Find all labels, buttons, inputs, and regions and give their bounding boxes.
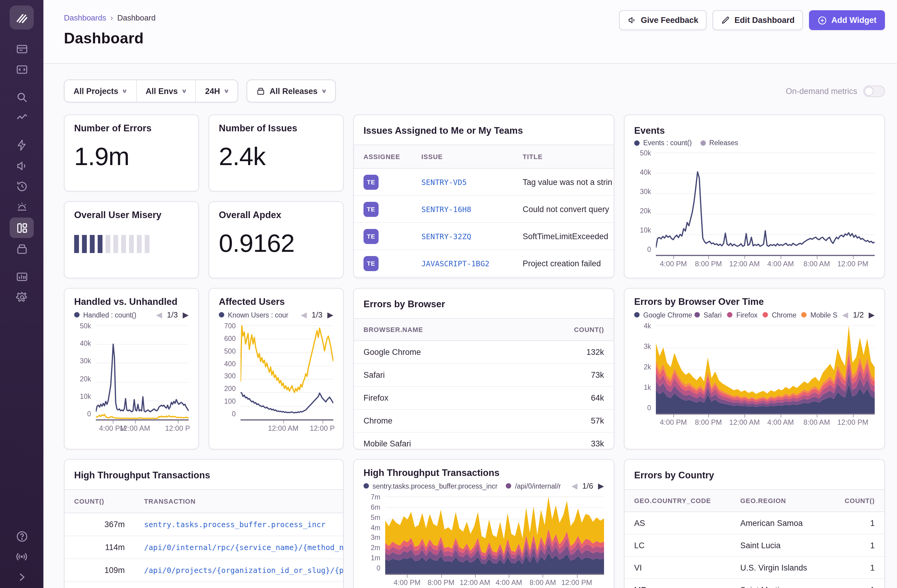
country-code: VI [625,563,731,572]
misery-bar-empty [121,235,126,253]
table-row: TESENTRY-16H8Could not convert query [354,196,614,223]
y-axis-tick: 200 [224,385,236,392]
error-count: 132k [541,348,614,357]
legend-item[interactable]: sentry.tasks.process_buffer.process_incr [363,482,497,490]
pager-next-icon[interactable]: ▶ [183,310,189,319]
legend-item[interactable]: Handled : count() [74,311,136,318]
date-range-filter[interactable]: 24H∨ [195,80,237,102]
environment-filter[interactable]: All Envs∨ [136,80,195,102]
table-row: TEJAVASCRIPT-1BG2Project creation failed [354,250,614,277]
legend-label: Mobile S [810,311,837,318]
breadcrumb-dashboards[interactable]: Dashboards [64,13,106,22]
y-axis-tick: 700 [224,322,236,330]
error-count: 33k [541,439,614,448]
pager-next-icon[interactable]: ▶ [869,310,875,319]
release-box-icon [257,87,266,96]
chart-plot-area [96,325,189,420]
sidebar-item-projects[interactable] [10,60,34,79]
sidebar-item-releases[interactable] [10,239,34,258]
y-axis-tick: 40k [80,340,91,347]
releases-filter[interactable]: All Releases∨ [247,79,336,102]
table-row: Firefox64k [354,387,614,410]
browser-name: Mobile Safari [354,439,541,448]
legend-item[interactable]: Mobile S [801,311,834,318]
project-filter[interactable]: All Projects∨ [64,80,136,102]
sidebar-item-replays[interactable] [10,177,34,196]
pager-prev-icon[interactable]: ◀ [842,310,848,319]
legend-item[interactable]: Firefox [727,311,755,318]
legend-item[interactable]: /api/0/internal/r [506,482,561,490]
sidebar [0,0,43,588]
y-axis-tick: 3k [644,343,651,350]
widget-title: Errors by Browser [363,299,604,310]
sidebar-item-settings[interactable] [10,287,34,307]
breadcrumb-separator: › [110,13,113,22]
transaction-count: 367m [64,520,135,529]
legend-item[interactable]: Known Users : cour [219,311,288,318]
x-axis-tick: 4:00 PM [393,578,421,587]
legend-dot-icon [363,483,369,489]
y-axis-tick: 0 [377,565,380,572]
give-feedback-button[interactable]: Give Feedback [619,10,707,30]
chart-legend: Events : count()Releases [634,139,875,147]
issue-link[interactable]: SENTRY-32ZQ [412,232,513,241]
error-count: 1 [829,518,884,527]
chevron-down-icon: ∨ [223,88,230,94]
table-row: 367msentry.tasks.process_buffer.process_… [64,513,343,536]
legend-item[interactable]: Releases [700,139,738,147]
chart-legend: Google ChromeSafariFirefoxChromeMobile S… [634,310,875,319]
legend-item[interactable]: Google Chrome [634,311,686,318]
widget-affected-users: Affected Users Known Users : cour◀1/3▶ 7… [208,288,344,449]
edit-dashboard-button[interactable]: Edit Dashboard [713,10,803,30]
issue-link[interactable]: SENTRY-VD5 [412,177,513,186]
page-title: Dashboard [64,29,885,47]
legend-item[interactable]: Chrome [763,311,793,318]
help-icon[interactable] [10,527,34,546]
table-row: 109m/api/0/projects/{organization_id_or_… [64,559,343,582]
sidebar-item-search[interactable] [10,87,34,107]
table-row: MFSaint Martin1 [625,579,884,588]
table-row: Mobile Safari33k [354,432,614,449]
breadcrumb-current: Dashboard [117,13,156,22]
broadcasts-icon[interactable] [10,547,34,566]
issue-link[interactable]: JAVASCRIPT-1BG2 [412,259,513,268]
transaction-link[interactable]: sentry.tasks.process_buffer.process_incr [135,520,343,529]
legend-item[interactable]: Safari [695,311,719,318]
sidebar-item-alerts[interactable] [10,136,34,155]
y-axis-tick: 300 [224,373,236,380]
sidebar-item-dashboards[interactable] [10,217,34,238]
collapse-sidebar-icon[interactable] [10,568,34,587]
misery-bar-empty [129,235,134,253]
legend-pager: ◀1/3▶ [301,310,334,319]
error-count: 73k [541,371,614,380]
legend-item[interactable]: Events : count() [634,139,692,147]
sidebar-item-crons[interactable] [10,197,34,216]
region-name: American Samoa [731,518,829,527]
error-count: 1 [829,585,884,588]
legend-label: Firefox [736,311,758,318]
widget-title: Number of Errors [74,123,189,134]
pager-prev-icon[interactable]: ◀ [156,310,162,319]
pager-next-icon[interactable]: ▶ [328,310,334,319]
events-line-chart: 50k40k30k20k10k04:00 PM8:00 PM12:00 AM4:… [634,153,875,270]
sidebar-item-issues[interactable] [10,39,34,58]
pager-prev-icon[interactable]: ◀ [571,481,577,490]
pager-prev-icon[interactable]: ◀ [301,310,307,319]
add-widget-button[interactable]: Add Widget [809,10,885,30]
x-axis-tick: 12:00 PM [561,578,592,587]
x-axis-tick: 12:00 P [310,424,335,432]
ondemand-metrics-toggle[interactable] [863,85,885,97]
sidebar-item-stats[interactable] [10,267,34,286]
x-axis-tick: 4:00 AM [767,260,794,268]
y-axis-tick: 2m [371,544,380,551]
transaction-link[interactable]: /api/0/projects/{organization_id_or_slug… [135,566,343,575]
sidebar-item-feedback[interactable] [10,156,34,175]
transaction-link[interactable]: /api/0/internal/rpc/{service_name}/{meth… [135,543,343,552]
legend-dot-icon [695,312,700,318]
pager-next-icon[interactable]: ▶ [598,481,604,490]
sidebar-item-performance[interactable] [10,108,34,127]
sentry-logo-icon[interactable] [10,5,34,29]
x-axis-tick: 8:00 PM [427,578,454,587]
error-count: 1 [829,541,884,550]
issue-link[interactable]: SENTRY-16H8 [412,205,513,214]
